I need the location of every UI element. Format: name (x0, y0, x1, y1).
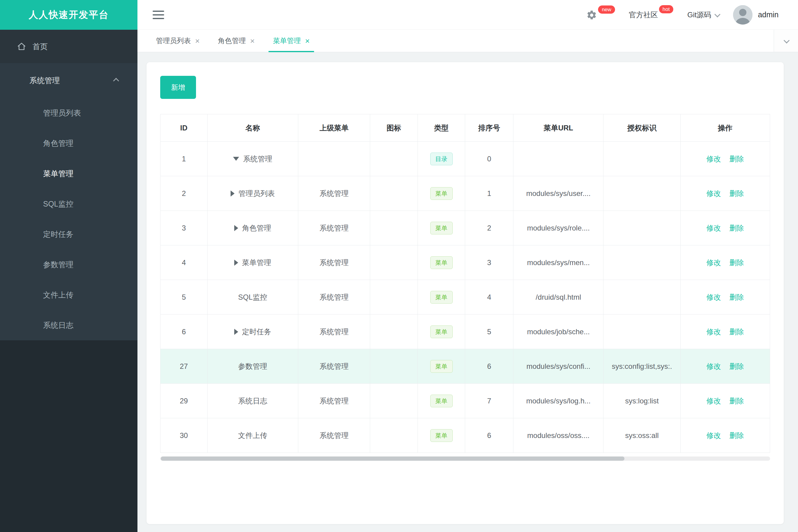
menu-name-label: 菜单管理 (242, 258, 271, 267)
hamburger-icon[interactable] (153, 11, 164, 19)
menu-name-label: 系统日志 (238, 396, 267, 406)
edit-link[interactable]: 修改 (706, 258, 721, 267)
cell-name: 管理员列表 (207, 176, 298, 211)
delete-link[interactable]: 删除 (729, 362, 744, 371)
row-actions: 修改删除 (706, 327, 744, 337)
tab[interactable]: 角色管理× (210, 30, 262, 52)
cell-order: 3 (465, 245, 514, 280)
cell-id: 30 (161, 418, 207, 453)
cell-order: 5 (465, 315, 514, 349)
cell-type: 菜单 (417, 418, 465, 453)
sidebar-item-home[interactable]: 首页 (0, 30, 137, 63)
delete-link[interactable]: 删除 (729, 431, 744, 440)
sidebar-home-label: 首页 (33, 41, 48, 52)
sidebar-item[interactable]: 定时任务 (0, 219, 137, 249)
cell-id: 4 (161, 245, 207, 280)
edit-link[interactable]: 修改 (706, 189, 721, 198)
table-row[interactable]: 5SQL监控系统管理菜单4/druid/sql.html修改删除 (161, 280, 770, 315)
sidebar-group-label: 系统管理 (30, 76, 60, 86)
table-row[interactable]: 27参数管理系统管理菜单6modules/sys/confi...sys:con… (161, 349, 770, 384)
expand-arrow-icon[interactable] (234, 329, 238, 335)
table-body: 1系统管理目录0修改删除2管理员列表系统管理菜单1modules/sys/use… (161, 141, 770, 453)
cell-id: 5 (161, 280, 207, 315)
cell-name: 菜单管理 (207, 245, 298, 280)
sidebar-item[interactable]: 文件上传 (0, 280, 137, 310)
sidebar-item[interactable]: 系统日志 (0, 310, 137, 340)
cell-actions: 修改删除 (680, 211, 770, 245)
expand-arrow-icon[interactable] (234, 225, 238, 231)
sidebar: 人人快速开发平台 首页 系统管理 管理员列表角色管理菜单管理SQL监控定时任务参… (0, 0, 137, 532)
chevron-down-icon (783, 37, 790, 43)
table-row[interactable]: 6定时任务系统管理菜单5modules/job/sche...修改删除 (161, 315, 770, 349)
edit-link[interactable]: 修改 (706, 292, 721, 302)
tab-close-icon[interactable]: × (195, 37, 200, 45)
community-link[interactable]: 官方社区 hot (629, 9, 673, 21)
column-header: 授权标识 (604, 114, 680, 141)
cell-parent: 系统管理 (298, 418, 370, 453)
edit-link[interactable]: 修改 (706, 362, 721, 371)
sidebar-item[interactable]: 参数管理 (0, 249, 137, 280)
table-row[interactable]: 4菜单管理系统管理菜单3modules/sys/men...修改删除 (161, 245, 770, 280)
delete-link[interactable]: 删除 (729, 327, 744, 337)
settings-menu-button[interactable]: new (586, 9, 615, 21)
type-badge: 菜单 (430, 222, 453, 234)
delete-link[interactable]: 删除 (729, 396, 744, 406)
delete-link[interactable]: 删除 (729, 292, 744, 302)
menu-management-panel: 新增 ID名称上级菜单图标类型排序号菜单URL授权标识操作 1系统管理目录0修改… (147, 62, 784, 524)
delete-link[interactable]: 删除 (729, 189, 744, 198)
edit-link[interactable]: 修改 (706, 396, 721, 406)
expand-arrow-icon[interactable] (234, 260, 238, 266)
cell-order: 7 (465, 384, 514, 418)
git-source-label: Git源码 (687, 9, 711, 21)
table-row[interactable]: 29系统日志系统管理菜单7modules/sys/log.h...sys:log… (161, 384, 770, 418)
row-actions: 修改删除 (706, 258, 744, 267)
cell-actions: 修改删除 (680, 141, 770, 176)
expand-arrow-icon[interactable] (230, 190, 235, 196)
type-badge: 菜单 (430, 360, 453, 373)
scrollbar-thumb[interactable] (161, 456, 625, 461)
tab-list-dropdown-button[interactable] (774, 30, 798, 52)
type-badge: 菜单 (430, 395, 453, 407)
sidebar-item[interactable]: 管理员列表 (0, 98, 137, 128)
cell-icon (370, 418, 418, 453)
table-row[interactable]: 3角色管理系统管理菜单2modules/sys/role....修改删除 (161, 211, 770, 245)
cell-id: 3 (161, 211, 207, 245)
edit-link[interactable]: 修改 (706, 223, 721, 233)
sidebar-item[interactable]: SQL监控 (0, 189, 137, 219)
column-header: 排序号 (465, 114, 514, 141)
row-actions: 修改删除 (706, 154, 744, 164)
edit-link[interactable]: 修改 (706, 154, 721, 164)
cell-url (514, 141, 604, 176)
sidebar-item[interactable]: 菜单管理 (0, 158, 137, 189)
cell-url: modules/sys/men... (514, 245, 604, 280)
add-button[interactable]: 新增 (160, 76, 196, 99)
collapse-arrow-icon[interactable] (233, 157, 239, 161)
table-row[interactable]: 2管理员列表系统管理菜单1modules/sys/user....修改删除 (161, 176, 770, 211)
edit-link[interactable]: 修改 (706, 431, 721, 440)
row-actions: 修改删除 (706, 362, 744, 371)
menu-name: 参数管理 (238, 362, 267, 371)
cell-id: 6 (161, 315, 207, 349)
tab[interactable]: 管理员列表× (148, 30, 207, 52)
tab[interactable]: 菜单管理× (265, 30, 317, 52)
delete-link[interactable]: 删除 (729, 154, 744, 164)
cell-perms: sys:config:list,sys:. (604, 349, 680, 384)
cell-order: 2 (465, 211, 514, 245)
delete-link[interactable]: 删除 (729, 223, 744, 233)
cell-perms (604, 245, 680, 280)
tab-close-icon[interactable]: × (250, 37, 255, 45)
cell-name: 定时任务 (207, 315, 298, 349)
edit-link[interactable]: 修改 (706, 327, 721, 337)
cell-perms (604, 280, 680, 315)
tab-close-icon[interactable]: × (305, 37, 310, 45)
community-label: 官方社区 (629, 9, 658, 21)
user-menu[interactable]: admin (733, 5, 779, 24)
horizontal-scrollbar[interactable] (160, 456, 770, 461)
table-row[interactable]: 30文件上传系统管理菜单6modules/oss/oss....sys:oss:… (161, 418, 770, 453)
delete-link[interactable]: 删除 (729, 258, 744, 267)
cell-url: /druid/sql.html (514, 280, 604, 315)
sidebar-item[interactable]: 角色管理 (0, 128, 137, 158)
table-row[interactable]: 1系统管理目录0修改删除 (161, 141, 770, 176)
git-source-link[interactable]: Git源码 (687, 9, 719, 21)
sidebar-group-header[interactable]: 系统管理 (0, 63, 137, 98)
